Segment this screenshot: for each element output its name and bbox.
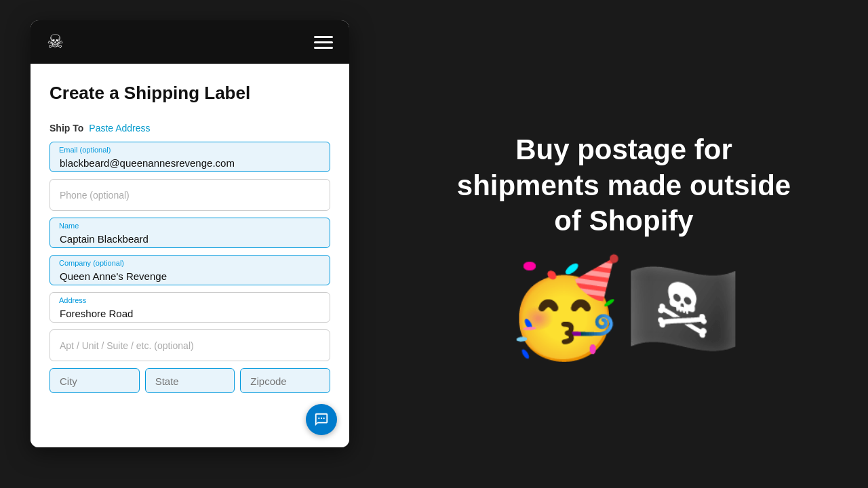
svg-point-1: [321, 418, 322, 419]
company-input[interactable]: [50, 255, 330, 285]
form-fields: Email (optional) Name Company (optional): [50, 142, 330, 361]
city-state-zip-row: [31, 361, 349, 393]
name-field-group: Name: [50, 218, 330, 248]
address-input[interactable]: [50, 292, 330, 323]
form-area: Create a Shipping Label Ship To Paste Ad…: [31, 64, 349, 361]
left-panel: ☠ Create a Shipping Label Ship To Paste …: [0, 0, 380, 488]
apt-field-group: [50, 329, 330, 361]
state-field-group: [145, 368, 235, 393]
hamburger-menu-button[interactable]: [314, 36, 333, 49]
svg-point-2: [323, 418, 325, 419]
mobile-frame: ☠ Create a Shipping Label Ship To Paste …: [31, 20, 349, 447]
email-field-group: Email (optional): [50, 142, 330, 172]
logo-area: ☠: [47, 33, 64, 52]
state-input[interactable]: [145, 368, 235, 393]
zipcode-field-group: [240, 368, 330, 393]
apt-input[interactable]: [50, 329, 330, 361]
form-bottom: [31, 393, 349, 447]
address-field-group: Address: [50, 292, 330, 323]
chat-button[interactable]: [306, 404, 337, 435]
name-input[interactable]: [50, 218, 330, 248]
pirate-emoji: 🥳🏴‍☠️: [505, 261, 743, 356]
chat-icon: [314, 412, 329, 427]
city-input[interactable]: [50, 368, 140, 393]
zipcode-input[interactable]: [240, 368, 330, 393]
phone-input[interactable]: [50, 179, 330, 211]
ship-to-label: Ship To: [50, 123, 83, 134]
paste-address-link[interactable]: Paste Address: [89, 123, 150, 134]
right-panel: Buy postage for shipments made outside o…: [380, 0, 868, 488]
city-field-group: [50, 368, 140, 393]
ship-to-row: Ship To Paste Address: [50, 123, 330, 134]
page-title: Create a Shipping Label: [50, 83, 330, 104]
phone-field-group: [50, 179, 330, 211]
company-field-group: Company (optional): [50, 255, 330, 285]
svg-point-0: [318, 418, 319, 419]
promo-text: Buy postage for shipments made outside o…: [454, 132, 793, 239]
email-input[interactable]: [50, 142, 330, 172]
app-header: ☠: [31, 20, 349, 64]
skull-crossbones-icon: ☠: [47, 33, 64, 52]
